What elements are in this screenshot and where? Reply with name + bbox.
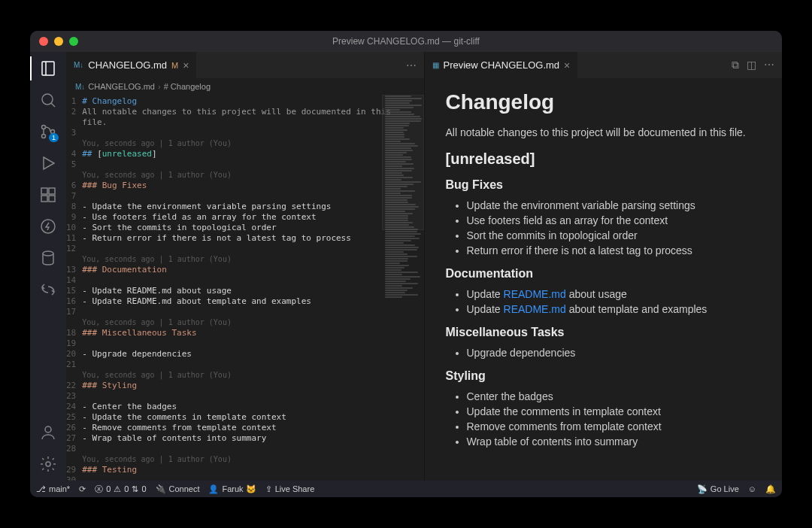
breadcrumb-section: # Changelog: [164, 82, 211, 91]
right-tabs: ▦ Preview CHANGELOG.md × ⧉ ◫ ⋯: [425, 52, 783, 78]
sync-item[interactable]: ⟳: [79, 484, 86, 494]
user-item[interactable]: 👤 Faruk 🐱: [208, 484, 256, 494]
source-control-icon[interactable]: 1: [39, 123, 57, 141]
minimap-viewport[interactable]: [382, 95, 424, 230]
database-icon[interactable]: [39, 249, 57, 267]
svg-point-11: [46, 462, 50, 466]
close-tab-icon[interactable]: ×: [183, 59, 189, 71]
broadcast-icon: 📡: [697, 484, 707, 494]
tab-changelog[interactable]: M↓ CHANGELOG.md M ×: [66, 52, 196, 78]
thunder-icon[interactable]: [39, 217, 57, 235]
line-gutter: 1234567891011121314151617181920212223242…: [66, 95, 82, 481]
split-editor-icon[interactable]: ◫: [747, 59, 756, 71]
markdown-file-icon: M↓: [74, 61, 83, 69]
titlebar: Preview CHANGELOG.md — git-cliff: [30, 31, 782, 52]
markdown-file-icon: M↓: [75, 83, 85, 91]
svg-rect-7: [49, 196, 55, 202]
breadcrumb-file: CHANGELOG.md: [88, 82, 155, 91]
liveshare-icon: ⇪: [265, 484, 272, 494]
explorer-icon[interactable]: [39, 59, 57, 77]
ports-icon: ⇅: [132, 484, 138, 494]
error-icon: ⓧ: [95, 484, 103, 495]
tab-preview[interactable]: ▦ Preview CHANGELOG.md ×: [425, 52, 578, 78]
svg-point-1: [42, 126, 46, 129]
svg-rect-4: [41, 188, 47, 194]
extensions-icon[interactable]: [39, 186, 57, 204]
plug-icon: 🔌: [156, 484, 166, 494]
left-tabs: M↓ CHANGELOG.md M × ⋯: [66, 52, 424, 78]
scm-badge: 1: [49, 133, 59, 142]
breadcrumb[interactable]: M↓ CHANGELOG.md › # Changelog: [66, 78, 424, 95]
golive-item[interactable]: 📡 Go Live: [697, 484, 739, 494]
modified-indicator: M: [171, 61, 178, 70]
main-area: 1: [30, 52, 782, 481]
branch-icon: ⎇: [36, 484, 46, 494]
minimize-window-button[interactable]: [54, 37, 63, 46]
preview-icon: ▦: [432, 61, 439, 69]
search-icon[interactable]: [39, 91, 57, 109]
tab-filename: CHANGELOG.md: [88, 59, 167, 71]
window-title: Preview CHANGELOG.md — git-cliff: [332, 36, 480, 47]
svg-point-0: [42, 94, 53, 105]
run-debug-icon[interactable]: [39, 154, 57, 172]
maximize-window-button[interactable]: [69, 37, 78, 46]
status-bar: ⎇ main* ⟳ ⓧ0 ⚠0 ⇅0 🔌 Connect 👤 Faruk 🐱 ⇪…: [30, 481, 782, 497]
person-icon: 👤: [208, 484, 219, 494]
svg-point-9: [43, 251, 53, 256]
svg-point-8: [41, 220, 55, 233]
editor-area: M↓ CHANGELOG.md M × ⋯ M↓ CHANGELOG.md › …: [66, 52, 782, 481]
svg-point-10: [45, 426, 51, 432]
more-actions-icon[interactable]: ⋯: [764, 59, 774, 71]
close-tab-icon[interactable]: ×: [564, 59, 570, 71]
left-editor-pane: M↓ CHANGELOG.md M × ⋯ M↓ CHANGELOG.md › …: [66, 52, 425, 481]
window-controls: [39, 37, 78, 46]
branch-item[interactable]: ⎇ main*: [36, 484, 70, 494]
settings-icon[interactable]: [39, 455, 57, 473]
svg-rect-6: [41, 196, 47, 202]
markdown-preview[interactable]: ChangelogAll notable changes to this pro…: [425, 78, 783, 481]
chevron-right-icon: ›: [158, 82, 161, 91]
tab-filename: Preview CHANGELOG.md: [444, 59, 560, 71]
svg-point-2: [42, 135, 46, 138]
connect-item[interactable]: 🔌 Connect: [156, 484, 200, 494]
bell-icon[interactable]: 🔔: [765, 484, 776, 494]
feedback-icon[interactable]: ☺: [748, 484, 756, 494]
svg-rect-5: [49, 188, 55, 194]
warning-icon: ⚠: [114, 484, 121, 494]
code-content[interactable]: # ChangelogAll notable changes to this p…: [82, 95, 423, 481]
app-window: Preview CHANGELOG.md — git-cliff 1: [30, 31, 782, 497]
account-icon[interactable]: [39, 423, 57, 442]
close-window-button[interactable]: [39, 37, 48, 46]
remote-icon[interactable]: [39, 281, 57, 299]
right-preview-pane: ▦ Preview CHANGELOG.md × ⧉ ◫ ⋯ Changelog…: [425, 52, 783, 481]
activity-bar: 1: [30, 52, 66, 481]
open-file-icon[interactable]: ⧉: [732, 59, 739, 71]
liveshare-item[interactable]: ⇪ Live Share: [265, 484, 315, 494]
more-actions-icon[interactable]: ⋯: [406, 59, 417, 71]
problems-item[interactable]: ⓧ0 ⚠0 ⇅0: [95, 484, 146, 495]
left-tab-actions: ⋯: [406, 59, 424, 71]
right-tab-actions: ⧉ ◫ ⋯: [732, 59, 782, 71]
sync-icon: ⟳: [79, 484, 86, 494]
code-editor[interactable]: 1234567891011121314151617181920212223242…: [66, 95, 424, 481]
minimap[interactable]: [382, 95, 424, 481]
